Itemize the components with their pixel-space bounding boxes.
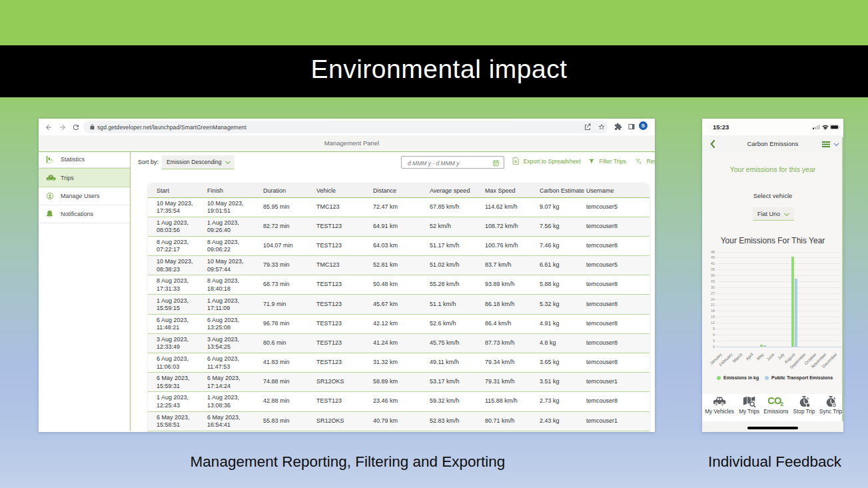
cell-user: temcouser8 bbox=[586, 242, 618, 250]
column-header[interactable]: Max Speed bbox=[485, 187, 516, 194]
share-icon[interactable] bbox=[584, 123, 592, 131]
cell-user: temcouser5 bbox=[586, 261, 618, 269]
menu-chevron-down-icon[interactable] bbox=[833, 143, 839, 147]
table-row[interactable]: 10 May 2023,08:38:2310 May 2023,09:57:44… bbox=[148, 256, 650, 275]
cell-max: 86.4 km/h bbox=[485, 320, 512, 328]
table-row[interactable]: 1 Aug 2023,15:59:151 Aug 2023,17:11:0971… bbox=[148, 295, 650, 314]
cell-max: 79.31 km/h bbox=[485, 379, 515, 387]
phone-screenshot: 15:23 Carbon Emissions Your emissions fo… bbox=[702, 119, 843, 432]
column-header[interactable]: Average speed bbox=[430, 187, 470, 194]
cell-vehicle: TMC123 bbox=[316, 203, 340, 211]
car-icon bbox=[705, 396, 734, 408]
cell-start: 6 May 2023,15:58:51 bbox=[157, 413, 190, 429]
table-row[interactable]: 1 Aug 2023,12:25:431 Aug 2023,13:08:3642… bbox=[148, 392, 650, 411]
column-header[interactable]: Carbon Estimate bbox=[540, 187, 584, 194]
gridline bbox=[715, 293, 841, 294]
table-row[interactable]: 6 May 2023,15:59:316 May 2023,17:14:2474… bbox=[148, 373, 650, 392]
cell-start: 6 May 2023,15:59:31 bbox=[157, 375, 190, 390]
export-button[interactable]: Export to Spreadsheet bbox=[512, 153, 581, 171]
cell-carbon: 9.07 kg bbox=[540, 203, 560, 211]
cell-max: 115.88 km/h bbox=[485, 398, 518, 406]
cell-carbon: 7.46 kg bbox=[540, 242, 560, 250]
cell-carbon: 7.56 kg bbox=[540, 223, 560, 231]
browser-window: sgd.getdeveloper.net/launchpad/SmartGree… bbox=[39, 119, 655, 432]
phone-tab-bar: My VehiclesMy TripsCO2EmissionsStop Trip… bbox=[702, 394, 843, 421]
cell-max: 108.72 km/h bbox=[485, 223, 518, 231]
side-panel-icon[interactable] bbox=[628, 123, 636, 131]
chevron-down-icon bbox=[784, 213, 789, 217]
bookmark-star-icon[interactable] bbox=[598, 123, 606, 131]
column-header[interactable]: Distance bbox=[373, 187, 396, 194]
cell-start: 3 Aug 2023,12:33:49 bbox=[157, 335, 189, 351]
cell-distance: 31.32 km bbox=[373, 359, 398, 367]
forward-icon[interactable] bbox=[59, 123, 67, 131]
status-time: 15:23 bbox=[713, 123, 729, 131]
tab-emissions[interactable]: CO2Emissions bbox=[761, 396, 791, 415]
y-axis-label: 3 bbox=[707, 339, 715, 343]
vehicle-select[interactable]: Fiat Uno bbox=[753, 207, 794, 221]
trips-table: StartFinishDurationVehicleDistanceAverag… bbox=[148, 183, 650, 432]
cell-max: 79.34 km/h bbox=[485, 359, 515, 367]
filter-trips-button[interactable]: Filter Trips bbox=[588, 153, 626, 171]
sidebar-item-manage-users[interactable]: Manage Users bbox=[39, 187, 130, 205]
table-row[interactable]: 6 Aug 2023,11:48:216 Aug 2023,13:25:0896… bbox=[148, 315, 650, 334]
reset-filters-button[interactable]: Rese bbox=[635, 153, 655, 171]
back-icon[interactable] bbox=[45, 123, 53, 131]
tab-sync-trip[interactable]: Sync Trip bbox=[816, 396, 843, 415]
table-row[interactable]: 8 Aug 2023,07:22:178 Aug 2023,09:06:2210… bbox=[148, 237, 650, 256]
gridline bbox=[715, 311, 841, 311]
tab-stop-trip[interactable]: Stop Trip bbox=[789, 396, 819, 415]
cell-duration: 71.9 min bbox=[263, 301, 286, 309]
tab-my-trips[interactable]: My Trips bbox=[735, 396, 764, 415]
table-row[interactable]: 1 Aug 2023,08:03:561 Aug 2023,09:26:4082… bbox=[148, 217, 650, 237]
cell-start: 8 Aug 2023,07:22:17 bbox=[157, 238, 189, 253]
profile-avatar[interactable]: S bbox=[639, 121, 648, 130]
cell-start: 1 Aug 2023,08:03:56 bbox=[157, 219, 189, 234]
table-row[interactable]: 3 Aug 2023,12:33:493 Aug 2023,13:54:2580… bbox=[148, 334, 650, 353]
table-row[interactable]: 8 Aug 2023,17:31:338 Aug 2023,18:40:1868… bbox=[148, 275, 650, 295]
calendar-icon[interactable] bbox=[492, 159, 500, 167]
emissions-chart: 036912151821242730333639424548JanuaryFeb… bbox=[715, 252, 841, 347]
extensions-icon[interactable] bbox=[614, 123, 622, 131]
sidebar-item-statistics[interactable]: Statistics bbox=[39, 152, 130, 168]
column-header[interactable]: Vehicle bbox=[316, 187, 336, 194]
cell-user: temcouser1 bbox=[586, 379, 618, 387]
sort-select[interactable]: Emission Descending bbox=[162, 155, 234, 169]
scrollbar[interactable] bbox=[842, 137, 843, 421]
cell-avg: 49.11 km/h bbox=[430, 359, 459, 367]
date-range-input[interactable]: d MMM y - d MMM y bbox=[401, 156, 504, 169]
column-header[interactable]: Start bbox=[157, 187, 169, 194]
gridline bbox=[715, 335, 841, 335]
cell-finish: 6 May 2023,17:14:24 bbox=[207, 375, 240, 390]
cell-vehicle: SR12OKS bbox=[316, 417, 344, 425]
sidebar-item-notifications[interactable]: Notifications bbox=[39, 205, 130, 223]
cell-vehicle: TEST123 bbox=[316, 242, 342, 250]
gridline bbox=[715, 287, 841, 288]
reload-icon[interactable] bbox=[72, 123, 80, 131]
cell-start: 1 Aug 2023,12:25:43 bbox=[157, 394, 189, 409]
menu-icon[interactable] bbox=[822, 141, 830, 147]
cell-distance: 42.12 km bbox=[373, 320, 398, 328]
cell-distance: 64.91 km bbox=[373, 223, 398, 231]
tab-my-vehicles[interactable]: My Vehicles bbox=[705, 396, 734, 415]
gridline bbox=[715, 275, 841, 276]
column-header[interactable]: Duration bbox=[263, 187, 286, 194]
cell-carbon: 2.73 kg bbox=[540, 398, 560, 406]
sidebar-item-trips[interactable]: Trips bbox=[39, 168, 130, 188]
y-axis-label: 33 bbox=[707, 279, 715, 283]
cell-user: temcouser8 bbox=[586, 398, 618, 406]
table-row[interactable]: 10 May 2023,17:35:5410 May 2023,19:01:51… bbox=[148, 198, 650, 217]
table-row[interactable]: 6 May 2023,15:58:516 May 2023,16:54:4155… bbox=[148, 412, 650, 431]
cell-vehicle: TEST123 bbox=[316, 339, 342, 347]
column-header[interactable]: Username bbox=[586, 187, 614, 194]
gridline bbox=[715, 323, 841, 323]
address-bar[interactable]: sgd.getdeveloper.net/launchpad/SmartGree… bbox=[83, 121, 608, 133]
shell-title: Management Panel bbox=[39, 139, 655, 147]
cell-vehicle: TEST123 bbox=[316, 223, 342, 231]
y-axis-label: 12 bbox=[707, 321, 715, 325]
column-header[interactable]: Finish bbox=[207, 187, 223, 194]
table-row[interactable]: 6 Aug 2023,11:06:036 Aug 2023,11:47:5341… bbox=[148, 353, 650, 373]
cell-avg: 59.32 km/h bbox=[430, 398, 460, 406]
spreadsheet-icon bbox=[512, 157, 519, 165]
cell-finish: 8 Aug 2023,09:06:22 bbox=[207, 238, 239, 253]
